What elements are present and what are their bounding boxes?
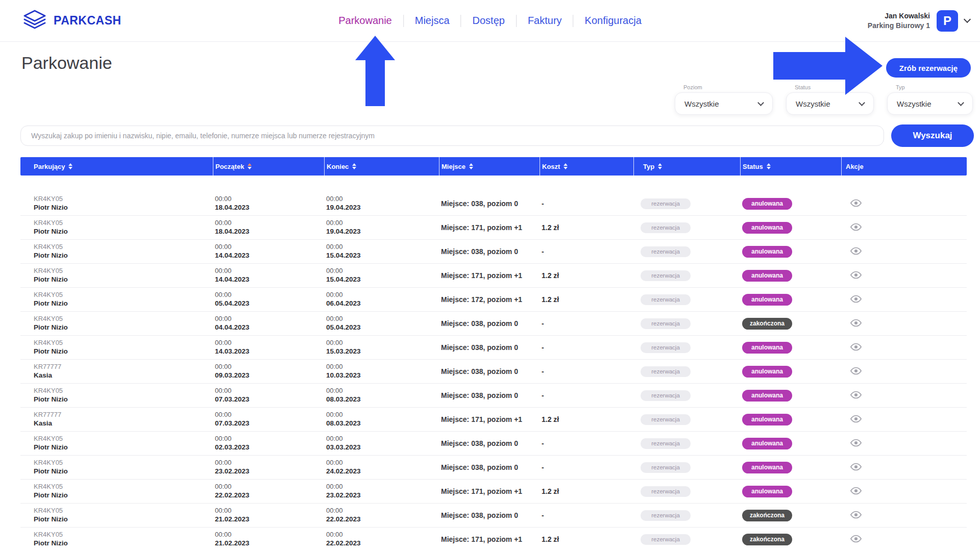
row-spot: Miejsce: 171, poziom +1 bbox=[441, 535, 522, 543]
search-row: Wyszukaj bbox=[20, 124, 974, 147]
view-details-button[interactable] bbox=[849, 294, 863, 306]
avatar[interactable]: P bbox=[937, 10, 958, 32]
view-details-button[interactable] bbox=[849, 510, 863, 521]
row-end-time: 00:00 bbox=[326, 483, 439, 491]
eye-icon bbox=[850, 319, 862, 329]
table-row: KR4KY05 Piotr Nizio 00:00 21.02.2023 00:… bbox=[20, 528, 967, 551]
row-start-date: 14.04.2023 bbox=[215, 252, 324, 260]
filters-row: Poziom Wszystkie Status Wszystkie Typ Ws… bbox=[675, 92, 973, 115]
row-start-time: 00:00 bbox=[215, 531, 324, 539]
column-header-parkujacy[interactable]: Parkujący bbox=[20, 157, 213, 176]
eye-icon bbox=[850, 343, 862, 353]
table-row: KR4KY05 Piotr Nizio 00:00 18.04.2023 00:… bbox=[20, 216, 967, 240]
row-cost: - bbox=[542, 391, 544, 399]
sort-icon-active bbox=[248, 163, 252, 169]
column-header-miejsce[interactable]: Miejsce bbox=[439, 157, 540, 176]
row-start-time: 00:00 bbox=[215, 339, 324, 347]
row-spot: Miejsce: 038, poziom 0 bbox=[441, 199, 518, 208]
row-start-date: 23.02.2023 bbox=[215, 467, 324, 476]
row-start-date: 07.03.2023 bbox=[215, 419, 324, 428]
brand-logo[interactable]: PARKCASH bbox=[22, 9, 121, 33]
view-details-button[interactable] bbox=[849, 222, 863, 234]
row-start-time: 00:00 bbox=[215, 411, 324, 419]
row-type-badge: rezerwacja bbox=[641, 222, 691, 233]
row-name: Piotr Nizio bbox=[34, 323, 213, 332]
user-menu[interactable]: Jan Kowalski Parking Biurowy 1 P bbox=[868, 10, 970, 32]
view-details-button[interactable] bbox=[849, 438, 863, 449]
sort-icon bbox=[469, 163, 473, 169]
row-end-date: 15.04.2023 bbox=[326, 276, 439, 284]
row-spot: Miejsce: 038, poziom 0 bbox=[441, 247, 518, 256]
row-start-time: 00:00 bbox=[215, 435, 324, 443]
chevron-down-icon[interactable] bbox=[964, 16, 971, 23]
view-details-button[interactable] bbox=[849, 462, 863, 473]
view-details-button[interactable] bbox=[849, 198, 863, 210]
row-end-time: 00:00 bbox=[326, 291, 439, 299]
sort-icon bbox=[564, 163, 568, 169]
sort-icon bbox=[658, 163, 662, 169]
nav-item-faktury[interactable]: Faktury bbox=[517, 15, 573, 27]
row-name: Piotr Nizio bbox=[34, 228, 213, 236]
filter-status[interactable]: Status Wszystkie bbox=[786, 92, 874, 115]
view-details-button[interactable] bbox=[849, 366, 863, 378]
column-header-typ[interactable]: Typ bbox=[633, 157, 740, 176]
eye-icon bbox=[850, 223, 862, 233]
view-details-button[interactable] bbox=[849, 414, 863, 425]
eye-icon bbox=[850, 247, 862, 257]
row-name: Piotr Nizio bbox=[34, 395, 213, 404]
table-row: KR4KY05 Piotr Nizio 00:00 14.04.2023 00:… bbox=[20, 240, 967, 264]
row-name: Piotr Nizio bbox=[34, 539, 213, 548]
row-type-badge: rezerwacja bbox=[641, 318, 691, 329]
row-end-time: 00:00 bbox=[326, 531, 439, 539]
row-cost: 1.2 zł bbox=[542, 487, 559, 495]
column-header-poczatek[interactable]: Początek bbox=[213, 157, 324, 176]
row-plate: KR4KY05 bbox=[34, 315, 213, 323]
row-type-badge: rezerwacja bbox=[641, 510, 691, 520]
row-name: Piotr Nizio bbox=[34, 299, 213, 308]
row-spot: Miejsce: 171, poziom +1 bbox=[441, 223, 522, 232]
row-start-time: 00:00 bbox=[215, 267, 324, 275]
row-status-badge: anulowana bbox=[742, 390, 792, 402]
row-cost: 1.2 zł bbox=[542, 223, 559, 232]
filter-typ[interactable]: Typ Wszystkie bbox=[887, 92, 973, 115]
make-reservation-button[interactable]: Zrób rezerwację bbox=[886, 58, 971, 78]
nav-item-dostep[interactable]: Dostęp bbox=[461, 15, 516, 27]
eye-icon bbox=[850, 271, 862, 281]
row-start-date: 09.03.2023 bbox=[215, 371, 324, 380]
view-details-button[interactable] bbox=[849, 534, 863, 545]
column-header-status[interactable]: Status bbox=[740, 157, 841, 176]
nav-item-parkowanie[interactable]: Parkowanie bbox=[327, 15, 403, 27]
row-status-badge: zakończona bbox=[742, 510, 792, 521]
brand-name: PARKCASH bbox=[54, 14, 121, 28]
view-details-button[interactable] bbox=[849, 318, 863, 330]
table-row: KR4KY05 Piotr Nizio 00:00 23.02.2023 00:… bbox=[20, 456, 967, 480]
row-spot: Miejsce: 038, poziom 0 bbox=[441, 343, 518, 352]
view-details-button[interactable] bbox=[849, 486, 863, 497]
row-name: Piotr Nizio bbox=[34, 347, 213, 356]
column-header-koniec[interactable]: Koniec bbox=[324, 157, 439, 176]
row-start-date: 05.04.2023 bbox=[215, 299, 324, 308]
column-header-akcje: Akcje bbox=[841, 157, 967, 176]
filter-poziom[interactable]: Poziom Wszystkie bbox=[675, 92, 773, 115]
view-details-button[interactable] bbox=[849, 342, 863, 354]
nav-item-miejsca[interactable]: Miejsca bbox=[404, 15, 461, 27]
user-location: Parking Biurowy 1 bbox=[868, 21, 930, 30]
row-cost: - bbox=[542, 199, 544, 208]
column-header-koszt[interactable]: Koszt bbox=[540, 157, 633, 176]
view-details-button[interactable] bbox=[849, 390, 863, 402]
eye-icon bbox=[850, 511, 862, 520]
view-details-button[interactable] bbox=[849, 270, 863, 282]
search-input[interactable] bbox=[20, 126, 884, 146]
row-plate: KR4KY05 bbox=[34, 291, 213, 299]
view-details-button[interactable] bbox=[849, 246, 863, 258]
row-end-time: 00:00 bbox=[326, 243, 439, 251]
row-spot: Miejsce: 038, poziom 0 bbox=[441, 391, 518, 399]
search-button[interactable]: Wyszukaj bbox=[891, 124, 974, 147]
row-end-date: 03.03.2023 bbox=[326, 443, 439, 452]
eye-icon bbox=[850, 463, 862, 472]
row-name: Piotr Nizio bbox=[34, 252, 213, 260]
nav-item-konfiguracja[interactable]: Konfiguracja bbox=[574, 15, 653, 27]
row-status-badge: anulowana bbox=[742, 414, 792, 425]
sort-icon bbox=[767, 163, 771, 169]
row-end-date: 19.04.2023 bbox=[326, 204, 439, 212]
